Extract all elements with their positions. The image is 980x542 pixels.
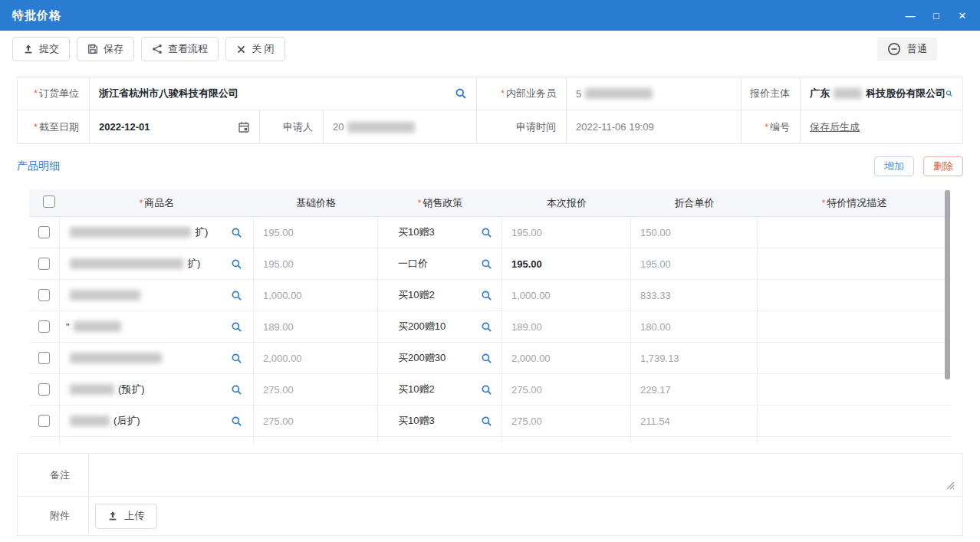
submit-button[interactable]: 提交 xyxy=(12,37,70,61)
col-header-quote: 本次报价 xyxy=(502,196,631,210)
close-icon[interactable]: ✕ xyxy=(957,10,968,21)
apply-time-label: 申请时间 xyxy=(476,110,566,143)
redacted-product-name xyxy=(70,227,191,238)
quote-cell[interactable]: 275.00 xyxy=(502,374,631,405)
product-name-cell[interactable]: 扩) xyxy=(60,217,254,248)
save-button[interactable]: 保存 xyxy=(77,37,134,61)
submit-label: 提交 xyxy=(39,42,59,56)
desc-cell[interactable] xyxy=(758,406,951,436)
desc-cell[interactable] xyxy=(758,311,951,342)
search-icon[interactable] xyxy=(481,321,492,333)
row-checkbox[interactable] xyxy=(38,352,50,364)
search-icon[interactable] xyxy=(481,290,492,301)
view-flow-button[interactable]: 查看流程 xyxy=(141,37,219,61)
search-icon[interactable] xyxy=(231,258,242,270)
search-icon[interactable] xyxy=(481,416,492,427)
window-titlebar: 特批价格 — □ ✕ xyxy=(0,0,980,31)
select-all-checkbox[interactable] xyxy=(43,195,55,208)
search-icon[interactable] xyxy=(231,227,242,238)
search-icon[interactable] xyxy=(455,87,467,100)
policy-cell[interactable]: 买200赠10 xyxy=(378,311,502,342)
table-scrollbar-thumb[interactable] xyxy=(945,190,950,379)
policy-cell[interactable]: 买10赠3 xyxy=(378,217,502,248)
quote-cell[interactable]: 195.00 xyxy=(502,217,631,248)
base-price-cell: 195.00 xyxy=(254,248,378,279)
table-row-partial xyxy=(29,437,951,444)
deadline-value: 2022-12-01 xyxy=(99,121,150,133)
search-icon[interactable] xyxy=(231,416,242,427)
col-header-base-price: 基础价格 xyxy=(254,196,378,210)
row-checkbox[interactable] xyxy=(38,383,50,396)
row-checkbox[interactable] xyxy=(38,320,50,333)
salesman-label: *内部业务员 xyxy=(476,77,566,110)
table-row: 1,000.00 买10赠2 1,000.00 833.33 xyxy=(29,280,951,311)
search-icon[interactable] xyxy=(481,258,492,270)
search-icon[interactable] xyxy=(231,290,242,301)
search-icon[interactable] xyxy=(481,227,492,238)
save-label: 保存 xyxy=(104,42,123,56)
row-checkbox[interactable] xyxy=(38,415,50,427)
upload-button[interactable]: 上传 xyxy=(95,504,157,529)
minimize-icon[interactable]: — xyxy=(905,10,916,21)
upload-label: 上传 xyxy=(124,509,145,523)
table-row: 2,000.00 买200赠30 2,000.00 1,739.13 xyxy=(29,343,951,374)
unit-price-cell: 180.00 xyxy=(631,311,758,342)
table-row: (预扩) 275.00 买10赠2 275.00 229.17 xyxy=(29,374,951,406)
desc-cell[interactable] xyxy=(758,343,951,373)
desc-cell[interactable] xyxy=(758,280,951,310)
policy-value: 买10赠3 xyxy=(398,414,435,428)
quote-cell[interactable]: 1,000.00 xyxy=(502,280,631,310)
quote-subject-field[interactable]: 广东 科技股份有限公司 xyxy=(800,77,962,110)
desc-cell[interactable] xyxy=(758,248,951,279)
maximize-icon[interactable]: □ xyxy=(931,10,942,21)
remark-textarea[interactable] xyxy=(89,454,962,496)
product-name-suffix: (预扩) xyxy=(118,383,145,396)
search-icon[interactable] xyxy=(231,321,242,333)
search-icon[interactable] xyxy=(481,353,492,364)
search-icon[interactable] xyxy=(945,87,953,100)
row-checkbox[interactable] xyxy=(38,258,50,270)
policy-cell[interactable]: 买200赠30 xyxy=(378,343,502,373)
order-unit-field[interactable]: 浙江省杭州市八骏科技有限公司 xyxy=(89,77,476,110)
quote-cell[interactable]: 2,000.00 xyxy=(502,343,631,373)
redacted-product-name xyxy=(74,321,121,332)
product-name-cell[interactable] xyxy=(60,280,254,310)
resize-handle-icon[interactable] xyxy=(945,480,955,490)
deadline-field[interactable]: 2022-12-01 xyxy=(89,110,259,143)
upload-icon xyxy=(107,511,118,521)
policy-value: 买200赠10 xyxy=(398,320,446,333)
table-row: 扩) 195.00 买10赠3 195.00 150.00 xyxy=(29,217,951,248)
quote-cell[interactable]: 275.00 xyxy=(502,406,631,436)
product-name-cell[interactable]: 扩) xyxy=(60,248,254,279)
product-name-cell[interactable]: (预扩) xyxy=(60,374,254,405)
product-name-cell[interactable]: " xyxy=(60,311,254,342)
product-name-suffix: (后扩) xyxy=(113,414,140,428)
quote-cell[interactable]: 195.00 xyxy=(502,248,631,279)
policy-cell[interactable]: 买10赠2 xyxy=(378,374,502,405)
salesman-field[interactable]: 5 xyxy=(566,77,741,110)
search-icon[interactable] xyxy=(231,384,242,396)
search-icon[interactable] xyxy=(231,353,242,364)
policy-cell[interactable]: 一口价 xyxy=(378,248,502,279)
base-price-cell: 2,000.00 xyxy=(254,343,378,373)
desc-cell[interactable] xyxy=(758,374,951,405)
delete-row-button[interactable]: 删除 xyxy=(923,156,963,176)
desc-cell[interactable] xyxy=(758,217,951,248)
calendar-icon[interactable] xyxy=(238,121,250,133)
quote-cell[interactable]: 189.00 xyxy=(502,311,631,342)
unit-price-cell: 229.17 xyxy=(631,374,758,405)
add-row-button[interactable]: 增加 xyxy=(874,156,914,176)
x-icon xyxy=(236,44,246,54)
policy-cell[interactable]: 买10赠2 xyxy=(378,280,502,310)
product-name-cell[interactable]: (后扩) xyxy=(60,406,254,436)
priority-label: 普通 xyxy=(907,42,927,56)
close-page-button[interactable]: 关 闭 xyxy=(225,37,285,61)
search-icon[interactable] xyxy=(481,384,492,396)
policy-cell[interactable]: 买10赠3 xyxy=(378,406,502,436)
policy-value: 买10赠3 xyxy=(398,225,435,239)
row-checkbox[interactable] xyxy=(38,289,50,301)
row-checkbox[interactable] xyxy=(38,226,50,238)
product-name-cell[interactable] xyxy=(60,343,254,373)
redacted-product-name xyxy=(70,416,110,426)
priority-badge[interactable]: 普通 xyxy=(877,38,937,61)
